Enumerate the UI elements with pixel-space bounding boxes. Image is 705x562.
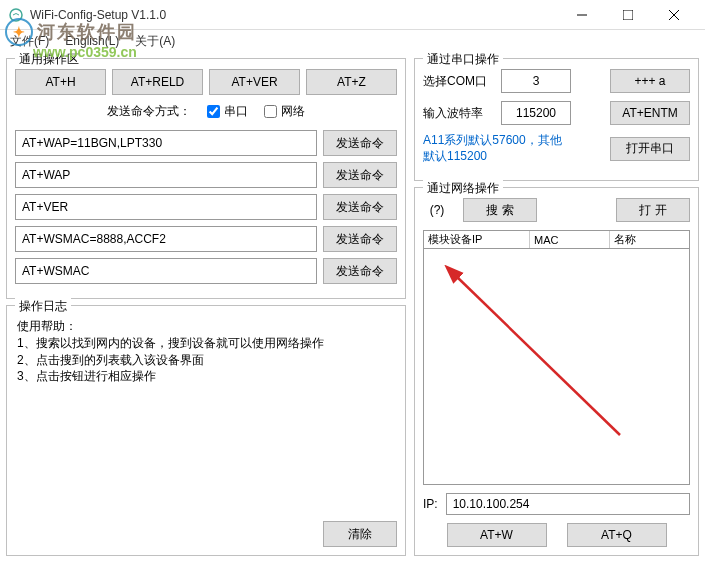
cmd-input-3[interactable] (15, 226, 317, 252)
log-line: 3、点击按钮进行相应操作 (17, 368, 395, 385)
sendmode-label: 发送命令方式： (107, 103, 191, 120)
net-group: 通过网络操作 (?) 搜 索 打 开 模块设备IP MAC 名称 IP: AT+… (414, 187, 699, 556)
com-input[interactable] (501, 69, 571, 93)
minimize-button[interactable] (559, 0, 605, 30)
com-label: 选择COM口 (423, 73, 493, 90)
menu-file[interactable]: 文件(F) (10, 33, 49, 50)
at-z-button[interactable]: AT+Z (306, 69, 397, 95)
ops-title: 通用操作区 (15, 51, 83, 68)
log-area: 使用帮助： 1、搜索以找到网内的设备，搜到设备就可以使用网络操作 2、点击搜到的… (15, 316, 397, 517)
log-line: 1、搜索以找到网内的设备，搜到设备就可以使用网络操作 (17, 335, 395, 352)
cmd-input-0[interactable] (15, 130, 317, 156)
send-button-2[interactable]: 发送命令 (323, 194, 397, 220)
net-title: 通过网络操作 (423, 180, 503, 197)
ops-group: 通用操作区 AT+H AT+RELD AT+VER AT+Z 发送命令方式： 串… (6, 58, 406, 299)
at-entm-button[interactable]: AT+ENTM (610, 101, 690, 125)
serial-title: 通过串口操作 (423, 51, 503, 68)
col-ip: 模块设备IP (424, 231, 530, 248)
net-checkbox[interactable]: 网络 (264, 103, 305, 120)
col-name: 名称 (610, 231, 690, 248)
open-serial-button[interactable]: 打开串口 (610, 137, 690, 161)
svg-rect-2 (623, 10, 633, 20)
at-h-button[interactable]: AT+H (15, 69, 106, 95)
help-icon[interactable]: (?) (423, 203, 451, 217)
at-q-button[interactable]: AT+Q (567, 523, 667, 547)
send-button-3[interactable]: 发送命令 (323, 226, 397, 252)
send-button-1[interactable]: 发送命令 (323, 162, 397, 188)
svg-point-0 (10, 9, 22, 21)
device-list[interactable]: 模块设备IP MAC 名称 (423, 230, 690, 485)
cmd-input-2[interactable] (15, 194, 317, 220)
baud-label: 输入波特率 (423, 105, 493, 122)
window-title: WiFi-Config-Setup V1.1.0 (30, 8, 559, 22)
cmd-input-4[interactable] (15, 258, 317, 284)
app-icon (8, 7, 24, 23)
close-button[interactable] (651, 0, 697, 30)
at-ver-button[interactable]: AT+VER (209, 69, 300, 95)
serial-checkbox[interactable]: 串口 (207, 103, 248, 120)
ip-input[interactable] (446, 493, 690, 515)
log-title: 操作日志 (15, 298, 71, 315)
log-line: 2、点击搜到的列表载入该设备界面 (17, 352, 395, 369)
open-button[interactable]: 打 开 (616, 198, 690, 222)
log-help-title: 使用帮助： (17, 318, 395, 335)
at-w-button[interactable]: AT+W (447, 523, 547, 547)
serial-group: 通过串口操作 选择COM口 +++ a 输入波特率 AT+ENTM A11系列默… (414, 58, 699, 181)
search-button[interactable]: 搜 索 (463, 198, 537, 222)
baud-input[interactable] (501, 101, 571, 125)
menu-language[interactable]: English(L) (65, 34, 119, 48)
plus-a-button[interactable]: +++ a (610, 69, 690, 93)
menubar: 文件(F) English(L) 关于(A) (0, 30, 705, 52)
ip-label: IP: (423, 497, 438, 511)
serial-note: A11系列默认57600，其他默认115200 (423, 133, 573, 164)
titlebar: WiFi-Config-Setup V1.1.0 (0, 0, 705, 30)
at-reld-button[interactable]: AT+RELD (112, 69, 203, 95)
clear-button[interactable]: 清除 (323, 521, 397, 547)
log-group: 操作日志 使用帮助： 1、搜索以找到网内的设备，搜到设备就可以使用网络操作 2、… (6, 305, 406, 556)
maximize-button[interactable] (605, 0, 651, 30)
col-mac: MAC (530, 231, 610, 248)
send-button-4[interactable]: 发送命令 (323, 258, 397, 284)
cmd-input-1[interactable] (15, 162, 317, 188)
send-button-0[interactable]: 发送命令 (323, 130, 397, 156)
menu-about[interactable]: 关于(A) (135, 33, 175, 50)
